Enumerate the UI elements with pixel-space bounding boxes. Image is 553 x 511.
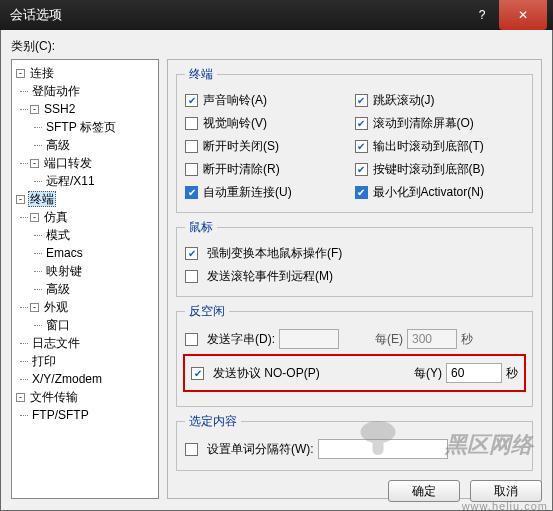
checkbox-min-activator[interactable]: [355, 186, 368, 199]
checkbox-send-wheel-remote[interactable]: [185, 270, 198, 283]
tree-logon[interactable]: 登陆动作: [30, 84, 82, 98]
label-scroll-bottom-out: 输出时滚动到底部(T): [373, 138, 484, 155]
checkbox-jump-scroll[interactable]: [355, 94, 368, 107]
tree-modes[interactable]: 模式: [44, 228, 72, 242]
settings-panel: 终端 声音响铃(A) 跳跃滚动(J) 视觉响铃(V) 滚动到清除屏幕(O) 断开…: [167, 59, 542, 499]
tree-printing[interactable]: 打印: [30, 354, 58, 368]
checkbox-word-delim[interactable]: [185, 443, 198, 456]
tree-keymap[interactable]: 映射键: [44, 264, 84, 278]
tree-appearance[interactable]: 外观: [42, 300, 70, 314]
legend-terminal: 终端: [185, 66, 217, 83]
label-clear-on-disc: 断开时清除(R): [203, 161, 280, 178]
input-word-delim[interactable]: [318, 439, 448, 459]
checkbox-audio-bell[interactable]: [185, 94, 198, 107]
group-anti-idle: 反空闲 发送字串(D): 每(E) 秒 发送协议 NO-OP(P): [176, 303, 533, 407]
highlighted-option: 发送协议 NO-OP(P) 每(Y) 秒: [183, 354, 526, 392]
label-scroll-bottom-key: 按键时滚动到底部(B): [373, 161, 485, 178]
tree-emacs[interactable]: Emacs: [44, 246, 85, 260]
tree-terminal[interactable]: 终端: [28, 191, 56, 207]
tree-emulation[interactable]: 仿真: [42, 210, 70, 224]
label-every-e: 每(E): [375, 331, 403, 348]
label-visual-bell: 视觉响铃(V): [203, 115, 267, 132]
expand-icon[interactable]: -: [30, 159, 39, 168]
watermark-url: www.heliu.com: [462, 500, 548, 511]
label-send-noop: 发送协议 NO-OP(P): [213, 365, 320, 382]
tree-ftp-sftp[interactable]: FTP/SFTP: [30, 408, 91, 422]
expand-icon[interactable]: -: [30, 105, 39, 114]
window-title: 会话选项: [10, 6, 465, 24]
label-auto-reconnect: 自动重新连接(U): [203, 184, 292, 201]
ok-button[interactable]: 确定: [388, 480, 460, 502]
checkbox-scroll-bottom-out[interactable]: [355, 140, 368, 153]
label-word-delim: 设置单词分隔符(W):: [207, 441, 314, 458]
label-min-activator: 最小化到Activator(N): [373, 184, 484, 201]
tree-remote-x11[interactable]: 远程/X11: [44, 174, 97, 188]
group-selection: 选定内容 设置单词分隔符(W):: [176, 413, 533, 471]
checkbox-visual-bell[interactable]: [185, 117, 198, 130]
expand-icon[interactable]: -: [30, 303, 39, 312]
close-button[interactable]: ✕: [499, 0, 547, 30]
expand-icon[interactable]: -: [16, 195, 25, 204]
category-tree[interactable]: -连接 登陆动作 -SSH2 SFTP 标签页 高级 -端口转发 远程/X11: [11, 59, 159, 499]
checkbox-scroll-bottom-key[interactable]: [355, 163, 368, 176]
checkbox-clear-on-disc[interactable]: [185, 163, 198, 176]
legend-selection: 选定内容: [185, 413, 241, 430]
tree-advanced[interactable]: 高级: [44, 138, 72, 152]
tree-advanced[interactable]: 高级: [44, 282, 72, 296]
expand-icon[interactable]: -: [16, 69, 25, 78]
help-button[interactable]: ?: [465, 0, 499, 30]
tree-port-fwd[interactable]: 端口转发: [42, 156, 94, 170]
label-jump-scroll: 跳跃滚动(J): [373, 92, 435, 109]
tree-xyz[interactable]: X/Y/Zmodem: [30, 372, 104, 386]
tree-ssh2[interactable]: SSH2: [42, 102, 77, 116]
label-clear-on-scroll: 滚动到清除屏幕(O): [373, 115, 474, 132]
cancel-button[interactable]: 取消: [470, 480, 542, 502]
tree-file-transfer[interactable]: 文件传输: [28, 390, 80, 404]
label-sec2: 秒: [506, 365, 518, 382]
label-close-on-disc: 断开时关闭(S): [203, 138, 279, 155]
tree-connection[interactable]: 连接: [28, 66, 56, 80]
group-terminal: 终端 声音响铃(A) 跳跃滚动(J) 视觉响铃(V) 滚动到清除屏幕(O) 断开…: [176, 66, 533, 213]
expand-icon[interactable]: -: [16, 393, 25, 402]
input-idle-e[interactable]: [407, 329, 457, 349]
label-send-string: 发送字串(D):: [207, 331, 275, 348]
tree-sftp-tab[interactable]: SFTP 标签页: [44, 120, 118, 134]
checkbox-send-noop[interactable]: [191, 367, 204, 380]
checkbox-force-local-cursor[interactable]: [185, 247, 198, 260]
label-sec1: 秒: [461, 331, 473, 348]
checkbox-clear-on-scroll[interactable]: [355, 117, 368, 130]
titlebar: 会话选项 ? ✕: [0, 0, 553, 30]
input-idle-string[interactable]: [279, 329, 339, 349]
group-mouse: 鼠标 强制变换本地鼠标操作(F) 发送滚轮事件到远程(M): [176, 219, 533, 297]
expand-icon[interactable]: -: [30, 213, 39, 222]
label-every-y: 每(Y): [414, 365, 442, 382]
input-noop-y[interactable]: [446, 363, 502, 383]
label-send-wheel-remote: 发送滚轮事件到远程(M): [207, 268, 333, 285]
legend-anti-idle: 反空闲: [185, 303, 229, 320]
checkbox-auto-reconnect[interactable]: [185, 186, 198, 199]
legend-mouse: 鼠标: [185, 219, 217, 236]
checkbox-close-on-disc[interactable]: [185, 140, 198, 153]
label-audio-bell: 声音响铃(A): [203, 92, 267, 109]
tree-window[interactable]: 窗口: [44, 318, 72, 332]
category-label: 类别(C):: [11, 38, 542, 55]
label-force-local-cursor: 强制变换本地鼠标操作(F): [207, 245, 342, 262]
tree-logfile[interactable]: 日志文件: [30, 336, 82, 350]
checkbox-send-string[interactable]: [185, 333, 198, 346]
